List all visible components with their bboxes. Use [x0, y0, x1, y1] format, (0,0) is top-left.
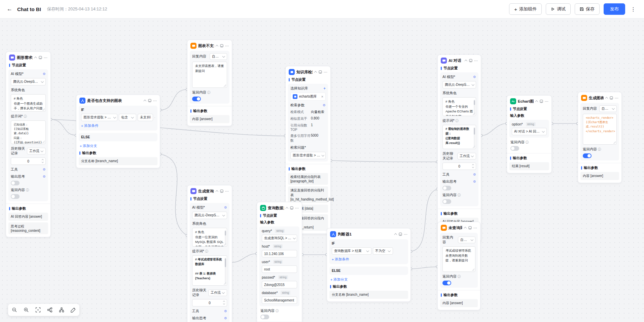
node-more-icon[interactable]: ⋯	[153, 99, 157, 103]
model-settings-icon[interactable]: ⚙	[43, 72, 46, 76]
history-count-stepper[interactable]: 0	[192, 299, 227, 307]
collapse-icon[interactable]	[34, 56, 37, 59]
auto-layout-vertical-icon[interactable]	[59, 307, 64, 313]
thinking-toggle[interactable]	[11, 181, 20, 185]
search-params-settings-icon[interactable]: ⚙	[323, 104, 326, 107]
node-more-icon[interactable]: ⋯	[44, 56, 47, 60]
node-more-icon[interactable]: ⋯	[545, 100, 548, 103]
condition-operator-select[interactable]: 包含	[119, 114, 136, 121]
return-content-toggle[interactable]	[583, 153, 592, 158]
collapse-icon[interactable]	[605, 97, 608, 99]
collapse-icon[interactable]	[394, 233, 397, 236]
add-branch-link[interactable]: +添加分支	[80, 144, 156, 148]
save-button[interactable]: 保存	[575, 3, 600, 15]
publish-button[interactable]: 发布	[604, 3, 625, 15]
history-count-stepper[interactable]: 0	[442, 163, 476, 170]
node-more-icon[interactable]: ⋯	[324, 70, 327, 74]
collapse-icon[interactable]	[216, 190, 218, 192]
reply-textarea[interactable]: <echarts_render> {{Echart图表生成.result}} <…	[583, 114, 617, 145]
collapse-icon[interactable]	[535, 100, 538, 103]
reply-type-select[interactable]: 自定义	[599, 105, 617, 112]
run-node-icon[interactable]	[540, 100, 543, 103]
model-settings-icon[interactable]: ⚙	[473, 75, 476, 79]
prompt-textarea[interactable]: # 考试成绩管理系统数据库 ## 表 1: 教师表 (Teachers) ###…	[192, 255, 227, 286]
remove-knowledge-icon[interactable]: ×	[321, 95, 323, 99]
add-condition-link[interactable]: +添加条件	[81, 123, 155, 128]
node-more-icon[interactable]: ⋯	[404, 232, 407, 236]
prompt-textarea[interactable]: # 需绘制的图表数据： {{查询数据库.result}} # 需绘制的图表数据模…	[442, 125, 476, 149]
collapse-icon[interactable]	[314, 71, 317, 73]
option-select[interactable]: AI 对话 > AI 回答内容	[512, 128, 547, 135]
tools-settings-icon[interactable]: ⚙	[473, 173, 476, 176]
run-node-icon[interactable]	[468, 226, 472, 229]
condition-operator-select[interactable]: 不为空	[373, 247, 393, 255]
add-component-button[interactable]: + 添加组件	[509, 3, 542, 15]
condition-field-select[interactable]: 图形需求提取 > AI 回答内容	[81, 114, 117, 121]
thinking-settings-icon[interactable]: ⚙	[473, 180, 476, 183]
debug-button[interactable]: 调试	[546, 3, 571, 15]
node-more-icon[interactable]: ⋯	[474, 59, 478, 63]
history-count-stepper[interactable]: 0	[11, 157, 46, 165]
condition-value-input[interactable]: 未支持该图表	[138, 114, 153, 121]
reply-type-select[interactable]: 自定义	[458, 237, 475, 243]
run-node-icon[interactable]	[148, 99, 151, 102]
add-branch-link[interactable]: +添加分支	[330, 277, 407, 282]
model-settings-icon[interactable]: ⚙	[224, 206, 227, 209]
history-type-select[interactable]: 工作流	[457, 153, 476, 159]
condition-field-select[interactable]: 查询数据库 > 结果	[332, 247, 371, 255]
collapse-icon[interactable]	[216, 44, 218, 47]
add-knowledge-icon[interactable]: +	[323, 86, 326, 91]
zoom-in-icon[interactable]	[23, 307, 29, 313]
run-node-icon[interactable]	[469, 59, 472, 62]
passwd-input[interactable]: Zdong@2015	[262, 281, 297, 288]
collapse-icon[interactable]	[286, 207, 288, 209]
host-input[interactable]: 10.1.240.106	[262, 250, 297, 257]
collapse-icon[interactable]	[464, 226, 467, 229]
node-more-icon[interactable]: ⋯	[473, 226, 477, 230]
run-node-icon[interactable]	[220, 189, 223, 193]
run-node-icon[interactable]	[39, 56, 42, 59]
database-input[interactable]: SchoolManagement	[262, 296, 297, 304]
more-menu-icon[interactable]: ⋮	[629, 6, 637, 12]
collapse-icon[interactable]	[144, 99, 146, 102]
return-content-toggle[interactable]	[510, 146, 519, 151]
run-node-icon[interactable]	[290, 206, 293, 210]
reply-type-select[interactable]: 自定义	[210, 53, 227, 60]
prompt-textarea[interactable]: 已知信息： {{知识库检索.data}} 问题： {{开始.question}}	[11, 120, 46, 144]
tools-settings-icon[interactable]: ⚙	[43, 168, 46, 171]
history-type-select[interactable]: 工作流	[27, 148, 46, 154]
model-select[interactable]: 腾讯云-DeepSeek-V3	[442, 81, 476, 88]
return-content-toggle[interactable]	[442, 199, 451, 204]
reply-textarea[interactable]: 未支持该图表，请重新提问	[192, 62, 227, 88]
add-condition-link[interactable]: +添加条件	[332, 257, 406, 262]
zoom-out-icon[interactable]	[11, 307, 17, 313]
tools-settings-icon[interactable]: ⚙	[224, 310, 227, 313]
node-more-icon[interactable]: ⋯	[225, 189, 229, 193]
delete-condition-icon[interactable]	[154, 116, 155, 119]
thinking-settings-icon[interactable]: ⚙	[43, 175, 46, 178]
run-node-icon[interactable]	[610, 96, 613, 100]
fit-view-icon[interactable]	[35, 307, 41, 313]
run-node-icon[interactable]	[220, 44, 223, 47]
back-icon[interactable]: ←	[7, 6, 12, 12]
thinking-settings-icon[interactable]: ⚙	[224, 317, 227, 320]
model-select[interactable]: 腾讯云-DeepSeek-V3	[192, 212, 227, 219]
collapse-icon[interactable]	[465, 59, 467, 62]
system-role-textarea[interactable]: # 角色 你是一个专业的 Apache ECharts 图表绘制专家	[442, 97, 476, 116]
auto-layout-horizontal-icon[interactable]	[47, 307, 52, 313]
return-content-toggle[interactable]	[260, 315, 269, 319]
user-input[interactable]: root	[262, 265, 297, 273]
system-role-textarea[interactable]: # 角色 你是一位资深的 MySQL 数据库 SQL 专家，具备深厚的专业知识	[192, 228, 227, 247]
reply-textarea[interactable]: 考试成绩管理系统未查询到相关数据，请重新提问	[442, 246, 475, 272]
model-select[interactable]: 腾讯云-DeepSeek-V3	[11, 78, 46, 85]
beautify-layout-icon[interactable]	[70, 307, 76, 313]
node-more-icon[interactable]: ⋯	[295, 206, 299, 210]
search-question-select[interactable]: 图形需求提取 > AI 回答内容	[290, 152, 326, 159]
node-more-icon[interactable]: ⋯	[225, 44, 229, 48]
node-more-icon[interactable]: ⋯	[615, 96, 618, 100]
system-role-textarea[interactable]: # 角色 你是一个图表生成助手，擅长从用户问题中准确提取图表要素	[11, 94, 46, 112]
run-node-icon[interactable]	[399, 232, 402, 236]
return-content-toggle[interactable]	[192, 97, 201, 101]
query-select[interactable]: 生成查询SQL > AI 回答内容	[262, 235, 297, 242]
thinking-toggle[interactable]	[442, 186, 451, 190]
